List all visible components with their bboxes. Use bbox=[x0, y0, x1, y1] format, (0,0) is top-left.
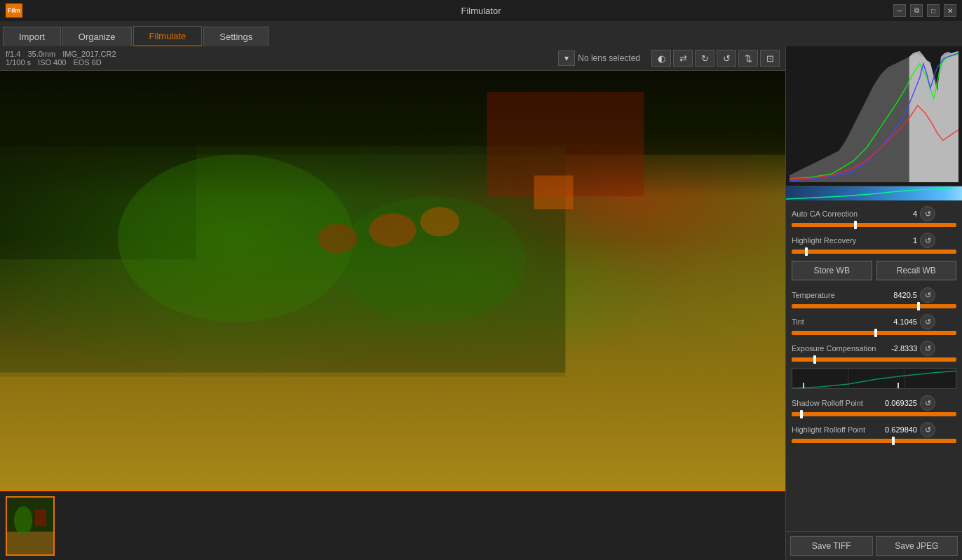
highlight-rolloff-control: Highlight Rolloff Point 0.629840 ↺ bbox=[792, 421, 956, 443]
shadow-rolloff-reset-btn[interactable]: ↺ bbox=[920, 395, 935, 411]
app-title: Filmulator bbox=[461, 6, 501, 16]
svg-rect-10 bbox=[534, 176, 574, 210]
thumbnail-strip bbox=[0, 490, 785, 560]
shadow-rolloff-value: 0.069325 bbox=[879, 399, 917, 407]
main-content: f/1.4 35.0mm IMG_2017.CR2 1/100 s ISO 40… bbox=[0, 46, 962, 560]
thumbnail-preview bbox=[7, 498, 53, 554]
highlight-rolloff-track[interactable] bbox=[792, 439, 956, 443]
tint-slider[interactable] bbox=[792, 331, 956, 335]
tab-import[interactable]: Import bbox=[3, 27, 61, 46]
tab-settings[interactable]: Settings bbox=[203, 27, 269, 46]
tone-curve-svg bbox=[792, 369, 956, 389]
tab-organize[interactable]: Organize bbox=[62, 27, 132, 46]
tab-filmulate[interactable]: Filmulate bbox=[133, 26, 203, 46]
thumbnail-item[interactable] bbox=[6, 496, 55, 556]
auto-ca-slider[interactable] bbox=[792, 223, 956, 227]
image-tools: ◐ ⇄ ↻ ↺ ⇅ ⊡ bbox=[651, 50, 780, 67]
exposure-comp-slider[interactable] bbox=[792, 357, 956, 362]
maximize-button[interactable]: □ bbox=[927, 4, 940, 17]
image-toolbar: f/1.4 35.0mm IMG_2017.CR2 1/100 s ISO 40… bbox=[0, 46, 785, 71]
rotate-ccw-tool-btn[interactable]: ↺ bbox=[717, 50, 736, 67]
auto-ca-reset-btn[interactable]: ↺ bbox=[920, 206, 935, 221]
temperature-label: Temperature bbox=[792, 291, 876, 299]
highlight-rolloff-thumb[interactable] bbox=[892, 437, 895, 445]
temperature-track[interactable] bbox=[792, 304, 956, 308]
highlight-recovery-value: 1 bbox=[879, 236, 917, 245]
iso-value: ISO 400 bbox=[38, 58, 66, 67]
auto-ca-track[interactable] bbox=[792, 223, 956, 227]
highlight-rolloff-value: 0.629840 bbox=[879, 425, 917, 434]
tint-label: Tint bbox=[792, 317, 876, 326]
tint-track[interactable] bbox=[792, 331, 956, 335]
aperture-value: f/1.4 bbox=[6, 50, 20, 58]
histogram-chart bbox=[790, 50, 958, 182]
lens-text: No lens selected bbox=[578, 53, 640, 63]
shadow-rolloff-label: Shadow Rolloff Point bbox=[792, 399, 876, 407]
right-panel: Auto CA Correction 4 ↺ Highlight Recover… bbox=[785, 46, 962, 560]
tint-control: Tint 4.1045 ↺ bbox=[792, 313, 956, 335]
save-jpeg-button[interactable]: Save JPEG bbox=[876, 536, 958, 556]
curve-bar[interactable] bbox=[786, 186, 962, 200]
close-button[interactable]: ✕ bbox=[944, 4, 956, 17]
exposure-comp-row: Exposure Compensation -2.8333 ↺ bbox=[792, 339, 956, 357]
svg-rect-18 bbox=[792, 369, 956, 389]
store-wb-button[interactable]: Store WB bbox=[792, 261, 872, 280]
app-logo: Film bbox=[6, 4, 22, 18]
flip-h-tool-btn[interactable]: ⇄ bbox=[673, 50, 693, 67]
crop-tool-btn[interactable]: ⊡ bbox=[760, 50, 780, 67]
tint-value: 4.1045 bbox=[879, 317, 917, 326]
tint-reset-btn[interactable]: ↺ bbox=[920, 314, 935, 329]
highlight-recovery-slider[interactable] bbox=[792, 250, 956, 254]
save-buttons: Save TIFF Save JPEG bbox=[786, 531, 962, 560]
image-container bbox=[0, 71, 785, 490]
highlight-recovery-track[interactable] bbox=[792, 250, 956, 254]
recall-wb-button[interactable]: Recall WB bbox=[876, 261, 957, 280]
rotate-cw-tool-btn[interactable]: ↻ bbox=[695, 50, 714, 67]
controls-panel: Auto CA Correction 4 ↺ Highlight Recover… bbox=[786, 200, 962, 531]
lens-selector: ▾ No lens selected bbox=[558, 50, 640, 66]
exposure-comp-label: Exposure Compensation bbox=[792, 344, 876, 353]
tint-thumb[interactable] bbox=[874, 329, 877, 337]
svg-point-7 bbox=[369, 213, 416, 247]
svg-rect-23 bbox=[897, 383, 899, 388]
exposure-comp-reset-btn[interactable]: ↺ bbox=[920, 341, 935, 356]
highlight-rolloff-slider[interactable] bbox=[792, 439, 956, 443]
exposure-comp-control: Exposure Compensation -2.8333 ↺ bbox=[792, 339, 956, 362]
highlight-rolloff-reset-btn[interactable]: ↺ bbox=[920, 422, 935, 437]
highlight-recovery-label: Highlight Recovery bbox=[792, 236, 876, 245]
thumb-svg bbox=[7, 498, 53, 554]
svg-point-8 bbox=[420, 207, 459, 236]
titlebar: Film Filmulator ─ ⧉ □ ✕ bbox=[0, 0, 962, 21]
shadow-rolloff-track[interactable] bbox=[792, 412, 956, 416]
histogram-container bbox=[786, 46, 962, 186]
minimize-button[interactable]: ─ bbox=[893, 4, 906, 17]
save-tiff-button[interactable]: Save TIFF bbox=[790, 536, 873, 556]
lens-dropdown-button[interactable]: ▾ bbox=[558, 50, 575, 66]
shadow-rolloff-thumb[interactable] bbox=[800, 410, 803, 418]
tint-row: Tint 4.1045 ↺ bbox=[792, 313, 956, 331]
auto-ca-control: Auto CA Correction 4 ↺ bbox=[792, 205, 956, 227]
image-metadata: f/1.4 35.0mm IMG_2017.CR2 1/100 s ISO 40… bbox=[6, 50, 132, 67]
auto-ca-row: Auto CA Correction 4 ↺ bbox=[792, 205, 956, 223]
restore-button[interactable]: ⧉ bbox=[910, 4, 923, 17]
temperature-reset-btn[interactable]: ↺ bbox=[920, 287, 935, 303]
shadow-rolloff-slider[interactable] bbox=[792, 412, 956, 416]
camera-value: EOS 6D bbox=[73, 58, 101, 67]
filename-value: IMG_2017.CR2 bbox=[62, 50, 116, 58]
temperature-slider[interactable] bbox=[792, 304, 956, 308]
temperature-control: Temperature 8420.5 ↺ bbox=[792, 286, 956, 308]
shadow-rolloff-row: Shadow Rolloff Point 0.069325 ↺ bbox=[792, 394, 956, 412]
tone-curve-mini[interactable] bbox=[792, 368, 956, 389]
svg-point-14 bbox=[14, 506, 32, 535]
curve-bar-svg bbox=[786, 186, 962, 200]
exposure-comp-track[interactable] bbox=[792, 357, 956, 362]
window-controls: ─ ⧉ □ ✕ bbox=[893, 4, 956, 17]
highlight-recovery-thumb[interactable] bbox=[805, 247, 808, 256]
auto-ca-thumb[interactable] bbox=[854, 221, 857, 229]
exposure-tool-btn[interactable]: ◐ bbox=[651, 50, 671, 67]
exposure-comp-thumb[interactable] bbox=[813, 355, 816, 364]
flip-v-tool-btn[interactable]: ⇅ bbox=[738, 50, 758, 67]
image-panel: f/1.4 35.0mm IMG_2017.CR2 1/100 s ISO 40… bbox=[0, 46, 785, 560]
temperature-thumb[interactable] bbox=[917, 302, 920, 310]
highlight-recovery-reset-btn[interactable]: ↺ bbox=[920, 233, 935, 248]
